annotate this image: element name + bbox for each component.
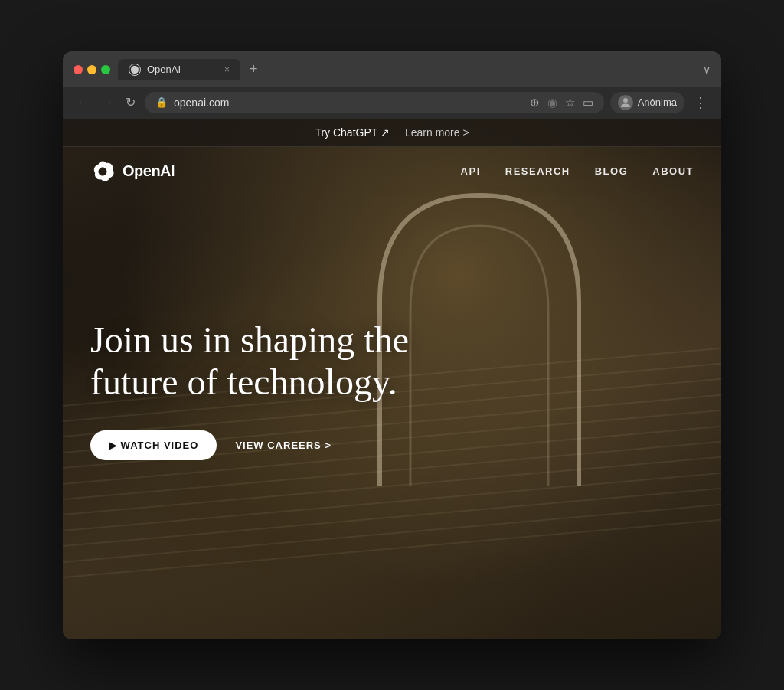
profile-label: Anônima (638, 96, 677, 108)
incognito-icon: ◉ (547, 96, 557, 110)
nav-about[interactable]: ABOUT (652, 165, 694, 177)
openai-logo-icon (90, 159, 115, 184)
try-chatgpt-link[interactable]: Try ChatGPT ↗ (315, 126, 390, 139)
site-nav: OpenAI API RESEARCH BLOG ABOUT (63, 147, 721, 196)
tab-chevron-icon[interactable]: ∨ (703, 64, 710, 76)
browser-addressbar: ← → ↻ 🔒 openai.com ⊕ ◉ ☆ ▭ Anônima ⋮ (63, 87, 721, 119)
browser-menu-button[interactable]: ⋮ (691, 91, 710, 114)
address-bar[interactable]: 🔒 openai.com ⊕ ◉ ☆ ▭ (145, 92, 604, 113)
announcement-bar: Try ChatGPT ↗ Learn more > (63, 119, 721, 147)
browser-titlebar: OpenAI × + ∨ (63, 51, 721, 87)
new-tab-button[interactable]: + (243, 60, 264, 79)
nav-blog[interactable]: BLOG (595, 165, 629, 177)
refresh-button[interactable]: ↻ (122, 93, 139, 111)
url-display: openai.com (174, 96, 524, 109)
view-careers-button[interactable]: VIEW CAREERS > (235, 440, 332, 451)
traffic-lights (74, 65, 110, 74)
maximize-button[interactable] (101, 65, 110, 74)
svg-point-1 (623, 98, 628, 103)
learn-more-link[interactable]: Learn more > (405, 126, 469, 139)
watch-video-button[interactable]: ▶ WATCH VIDEO (90, 430, 217, 460)
incognito-avatar-icon (619, 96, 632, 110)
lock-icon: 🔒 (155, 96, 168, 108)
nav-links: API RESEARCH BLOG ABOUT (461, 165, 694, 177)
nav-api[interactable]: API (461, 165, 481, 177)
tabs-area: OpenAI × + ∨ (118, 59, 710, 80)
address-bar-icons: ⊕ ◉ ☆ ▭ (530, 96, 593, 110)
forward-button[interactable]: → (98, 94, 116, 111)
back-button[interactable]: ← (74, 94, 92, 111)
site-logo[interactable]: OpenAI (90, 159, 175, 184)
nav-research[interactable]: RESEARCH (505, 165, 570, 177)
profile-button[interactable]: Anônima (610, 92, 684, 113)
tab-close-button[interactable]: × (224, 64, 230, 75)
hero-headline: Join us in shaping the future of technol… (90, 319, 488, 403)
hero-buttons: ▶ WATCH VIDEO VIEW CAREERS > (90, 430, 694, 460)
logo-text: OpenAI (122, 162, 175, 180)
translate-icon[interactable]: ⊕ (530, 96, 540, 110)
tab-favicon-icon (129, 64, 141, 76)
browser-window: OpenAI × + ∨ ← → ↻ 🔒 openai.com ⊕ ◉ ☆ ▭ (63, 51, 721, 639)
minimize-button[interactable] (87, 65, 96, 74)
close-button[interactable] (74, 65, 83, 74)
avatar-icon (618, 95, 633, 110)
website-content: Try ChatGPT ↗ Learn more > OpenAI API RE… (63, 119, 721, 639)
hero-content: Join us in shaping the future of technol… (63, 196, 721, 460)
active-tab[interactable]: OpenAI × (118, 59, 240, 80)
tab-title: OpenAI (147, 64, 181, 75)
bookmark-icon[interactable]: ☆ (565, 96, 575, 110)
cast-icon[interactable]: ▭ (583, 96, 593, 110)
